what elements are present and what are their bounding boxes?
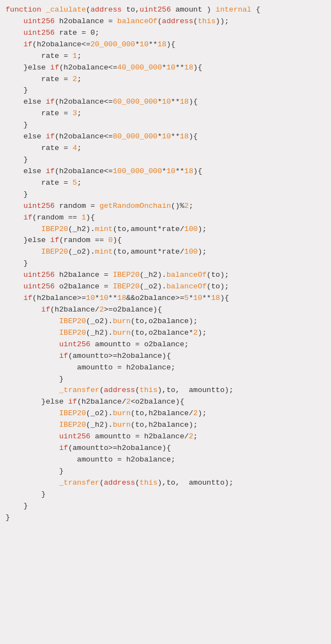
- code-token: ){: [189, 98, 197, 106]
- code-line: }: [6, 466, 325, 477]
- code-token: (to,o2balance*: [131, 329, 193, 337]
- code-token: IBEP20: [59, 317, 86, 325]
- code-token: (_o2).: [86, 317, 113, 325]
- code-token: (amountto>=h2obalance){: [68, 444, 170, 452]
- code-token: (to);: [207, 282, 229, 291]
- code-token: 5: [73, 179, 77, 187]
- code-line: amountto = h2obalance;: [6, 454, 325, 466]
- code-token: &&o2balance>=: [126, 294, 184, 302]
- code-token: *: [162, 63, 167, 72]
- code-token: );: [197, 225, 206, 233]
- code-token: IBEP20: [41, 248, 68, 256]
- code-token: *: [95, 294, 99, 302]
- code-token: IBEP20: [113, 282, 140, 291]
- code-token: uint256: [23, 271, 55, 279]
- code-line: rate = 2;: [6, 74, 325, 85]
- code-token: 10: [167, 63, 175, 72]
- code-token: IBEP20: [59, 329, 86, 337]
- code-token: **: [148, 40, 157, 49]
- code-line: uint256 amountto = h2balance/2;: [6, 431, 325, 443]
- code-token: [6, 294, 23, 302]
- code-token: <o2balance){: [131, 398, 184, 406]
- code-token: uint256: [23, 29, 55, 37]
- code-token: (_h2).: [86, 421, 113, 429]
- code-token: ()%: [171, 202, 184, 210]
- code-token: (h2obalance<=: [55, 132, 113, 141]
- code-token: ){: [220, 294, 229, 302]
- code-token: (: [135, 479, 140, 487]
- code-token: 1: [73, 52, 77, 60]
- code-line: else if(h2obalance<=60_000_000*10**18){: [6, 96, 325, 108]
- code-token: 3: [73, 109, 77, 117]
- code-line: rate = 4;: [6, 143, 325, 154]
- code-token: (to,h2balance/: [131, 409, 193, 417]
- code-token: (_h2).: [140, 271, 167, 279]
- code-token: }: [6, 190, 28, 198]
- code-token: if: [23, 40, 32, 49]
- code-token: ;: [77, 109, 82, 117]
- code-token: amount ): [171, 6, 216, 14]
- code-token: (: [86, 6, 90, 14]
- code-token: uint256: [140, 6, 171, 14]
- code-token: if: [46, 98, 55, 106]
- code-token: 18: [180, 132, 189, 141]
- code-token: else: [23, 167, 46, 175]
- code-line: amountto = h2obalance;: [6, 362, 325, 374]
- code-token: to,: [122, 6, 140, 14]
- code-line: IBEP20(_o2).burn(to,o2balance);: [6, 316, 325, 328]
- code-token: this: [197, 17, 215, 25]
- code-token: }: [6, 513, 10, 522]
- code-token: (h2balance>=: [33, 294, 86, 302]
- code-token: }: [6, 490, 46, 498]
- code-token: (to,h2balance);: [131, 421, 198, 429]
- code-token: 18: [118, 294, 126, 302]
- code-token: 20_000_000: [90, 40, 135, 49]
- code-token: [6, 167, 23, 175]
- code-token: amountto = h2obalance;: [6, 363, 175, 372]
- code-token: amountto = o2balance;: [90, 340, 189, 348]
- code-token: ;: [193, 432, 197, 441]
- code-line: }: [6, 85, 325, 96]
- code-token: *: [157, 98, 162, 106]
- code-token: balanceOf: [167, 282, 207, 291]
- code-container: function _calulate(address to,uint256 am…: [6, 4, 325, 523]
- code-token: address: [90, 6, 122, 14]
- code-token: {: [252, 6, 260, 14]
- code-line: if(amountto>=h2obalance){: [6, 443, 325, 454]
- code-token: [6, 432, 59, 441]
- code-token: [41, 6, 46, 14]
- code-token: ;: [77, 75, 82, 83]
- code-token: (to,amount*rate/: [113, 225, 184, 233]
- code-token: (_h2).: [68, 225, 95, 233]
- code-token: }: [6, 259, 28, 267]
- code-line: IBEP20(_o2).burn(to,h2balance/2);: [6, 408, 325, 420]
- code-token: if: [59, 444, 68, 452]
- code-token: (: [135, 386, 140, 394]
- code-token: [6, 409, 59, 417]
- code-token: rate =: [6, 109, 73, 117]
- code-token: }: [6, 155, 28, 164]
- code-token: if: [50, 236, 59, 244]
- code-token: (random ==: [59, 236, 108, 244]
- code-token: *: [157, 132, 162, 141]
- code-line: IBEP20(_h2).burn(to,o2balance*2);: [6, 328, 325, 339]
- code-token: [6, 17, 23, 25]
- code-token: if: [46, 132, 55, 141]
- code-token: ));: [216, 17, 229, 25]
- code-token: ){: [193, 167, 202, 175]
- code-token: else: [46, 398, 68, 406]
- code-token: 2: [73, 75, 77, 83]
- code-token: *: [162, 167, 167, 175]
- code-token: 40_000_000: [118, 63, 162, 72]
- code-token: uint256: [59, 432, 90, 441]
- code-token: );: [197, 248, 206, 256]
- code-line: uint256 rate = 0;: [6, 28, 325, 39]
- code-token: else: [28, 236, 51, 244]
- code-token: burn: [113, 409, 130, 417]
- code-token: 10: [167, 167, 175, 175]
- code-token: (_h2).: [86, 329, 113, 337]
- code-token: rate =: [6, 179, 73, 187]
- code-token: [6, 248, 41, 256]
- code-token: }: [6, 398, 46, 406]
- code-token: 100_000_000: [113, 167, 162, 175]
